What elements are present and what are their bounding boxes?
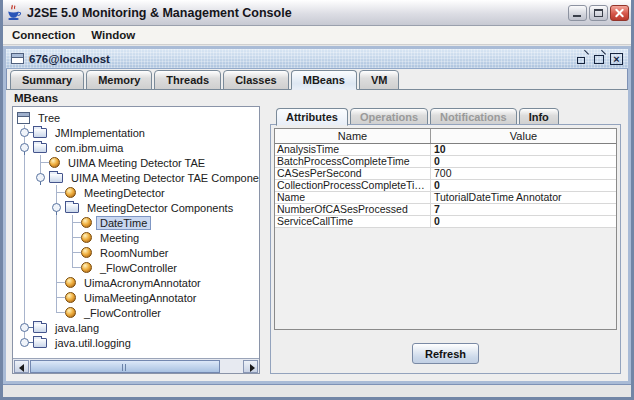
main-tab-strip: SummaryMemoryThreadsClassesMBeansVM: [6, 69, 628, 90]
tree-node[interactable]: RoomNumber: [17, 245, 259, 260]
java-cup-icon: [5, 4, 22, 21]
attribute-name-cell[interactable]: ServiceCallTime: [275, 216, 431, 227]
table-row[interactable]: ServiceCallTime 0: [275, 216, 616, 228]
button-bar: Refresh: [271, 334, 620, 373]
window-titlebar[interactable]: J2SE 5.0 Monitoring & Management Console: [0, 0, 634, 26]
tree-node[interactable]: MeetingDetector Components: [17, 200, 259, 215]
tree-node[interactable]: UimaMeetingAnnotator: [17, 290, 259, 305]
tree-node[interactable]: com.ibm.uima: [17, 140, 259, 155]
tree-hscrollbar[interactable]: [13, 358, 259, 373]
attribute-name-cell[interactable]: Name: [275, 192, 431, 203]
column-header-value[interactable]: Value: [431, 129, 616, 143]
attribute-name-cell[interactable]: NumberOfCASesProcessed: [275, 204, 431, 215]
mbean-icon: [65, 307, 76, 318]
mbeans-label: MBeans: [14, 92, 58, 104]
tree-node[interactable]: MeetingDetector: [17, 185, 259, 200]
mbean-icon: [65, 277, 76, 288]
table-row[interactable]: CollectionProcessCompleteTime 0: [275, 180, 616, 192]
scroll-left-button[interactable]: [14, 360, 29, 373]
app-window: J2SE 5.0 Monitoring & Management Console…: [0, 0, 634, 400]
attribute-value-cell[interactable]: 10: [431, 144, 616, 155]
right-arrow-icon: [250, 364, 255, 372]
tree-expand-handle[interactable]: [17, 335, 33, 350]
tree-expand-handle[interactable]: [17, 140, 33, 155]
attribute-value-cell[interactable]: 7: [431, 204, 616, 215]
table-row[interactable]: AnalysisTime 10: [275, 144, 616, 156]
menu-bar: Connection Window: [0, 26, 634, 45]
menu-connection[interactable]: Connection: [4, 28, 83, 42]
attributes-table: Name Value AnalysisTime 10 BatchProcessC…: [274, 128, 617, 330]
attribute-name-cell[interactable]: CASesPerSecond: [275, 168, 431, 179]
frame-icon: [17, 112, 30, 124]
attribute-panel: AttributesOperationsNotificationsInfo Na…: [270, 106, 621, 374]
tree-expand-handle[interactable]: [17, 320, 33, 335]
close-button[interactable]: [610, 5, 629, 21]
mbean-icon: [65, 292, 76, 303]
tab-attributes[interactable]: Attributes: [276, 108, 348, 126]
close-frame-button[interactable]: ×: [610, 53, 623, 65]
tree-node[interactable]: UIMA Meeting Detector TAE Components: [17, 170, 259, 185]
scroll-thumb[interactable]: [30, 360, 220, 373]
tree-node[interactable]: DateTime: [17, 215, 259, 230]
iconify-frame-button[interactable]: [576, 53, 589, 65]
folder-icon: [33, 323, 47, 333]
tab-memory[interactable]: Memory: [86, 70, 152, 90]
internal-frame-titlebar[interactable]: 676@localhost ×: [6, 49, 628, 69]
tree-node[interactable]: JMImplementation: [17, 125, 259, 140]
tree-expand-handle[interactable]: [33, 170, 49, 185]
attributes-tab-content: Name Value AnalysisTime 10 BatchProcessC…: [270, 124, 621, 374]
column-header-name[interactable]: Name: [275, 129, 431, 143]
tree-node[interactable]: UIMA Meeting Detector TAE: [17, 155, 259, 170]
folder-icon: [33, 128, 47, 138]
table-row[interactable]: CASesPerSecond 700: [275, 168, 616, 180]
tree-node[interactable]: _FlowController: [17, 305, 259, 320]
mbean-icon: [81, 247, 92, 258]
mbean-icon: [81, 232, 92, 243]
tab-classes[interactable]: Classes: [223, 70, 289, 90]
tab-threads[interactable]: Threads: [154, 70, 221, 90]
tab-mbeans[interactable]: MBeans: [291, 70, 357, 90]
window-icon: [11, 53, 24, 64]
attribute-name-cell[interactable]: BatchProcessCompleteTime: [275, 156, 431, 167]
attribute-name-cell[interactable]: AnalysisTime: [275, 144, 431, 155]
attribute-value-cell[interactable]: TutorialDateTime Annotator: [431, 192, 616, 203]
splitpane-divider[interactable]: [260, 106, 270, 374]
menu-window[interactable]: Window: [83, 28, 143, 42]
attribute-value-cell[interactable]: 700: [431, 168, 616, 179]
tree-expand-handle[interactable]: [49, 200, 65, 215]
mbean-icon: [81, 262, 92, 273]
tab-summary[interactable]: Summary: [10, 70, 84, 90]
tab-vm[interactable]: VM: [359, 70, 400, 90]
minimize-button[interactable]: [568, 5, 587, 21]
tree-node[interactable]: _FlowController: [17, 260, 259, 275]
folder-icon: [65, 203, 79, 213]
attribute-tab-strip: AttributesOperationsNotificationsInfo: [270, 106, 621, 125]
refresh-button[interactable]: Refresh: [412, 343, 479, 364]
attribute-name-cell[interactable]: CollectionProcessCompleteTime: [275, 180, 431, 191]
window-title: J2SE 5.0 Monitoring & Management Console: [27, 6, 292, 20]
tree-node[interactable]: Tree: [17, 110, 259, 125]
maximize-frame-button[interactable]: [593, 53, 606, 65]
attribute-value-cell[interactable]: 0: [431, 216, 616, 227]
maximize-button[interactable]: [589, 5, 608, 21]
desktop-pane: 676@localhost × SummaryMemoryThreadsClas…: [3, 46, 631, 397]
table-row[interactable]: BatchProcessCompleteTime 0: [275, 156, 616, 168]
table-row[interactable]: Name TutorialDateTime Annotator: [275, 192, 616, 204]
tree-node[interactable]: java.lang: [17, 320, 259, 335]
tree-node[interactable]: java.util.logging: [17, 335, 259, 350]
attribute-value-cell[interactable]: 0: [431, 156, 616, 167]
scroll-right-button[interactable]: [243, 360, 258, 373]
tree-expand-handle[interactable]: [17, 125, 33, 140]
tree-node[interactable]: UimaAcronymAnnotator: [17, 275, 259, 290]
mbeans-panel: MBeans Tree JMImplementation com.ibm.uim…: [6, 90, 628, 381]
connection-title: 676@localhost: [29, 53, 110, 65]
folder-icon: [33, 338, 47, 348]
maximize-icon: [594, 9, 603, 17]
attributes-table-header: Name Value: [275, 129, 616, 144]
attribute-value-cell[interactable]: 0: [431, 180, 616, 191]
tree-node[interactable]: Meeting: [17, 230, 259, 245]
mbean-icon: [81, 217, 92, 228]
minimize-icon: [573, 15, 581, 17]
table-row[interactable]: NumberOfCASesProcessed 7: [275, 204, 616, 216]
folder-icon: [49, 173, 63, 183]
